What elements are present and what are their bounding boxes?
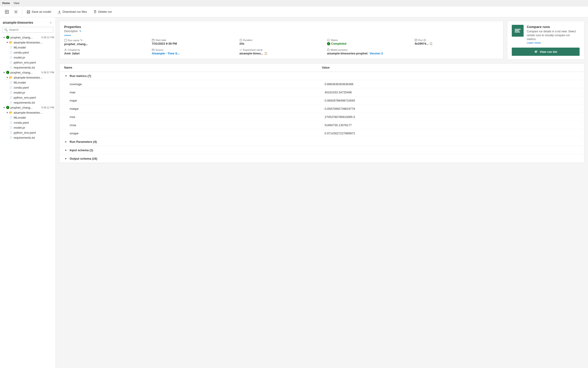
metric-name-rmse: rmse xyxy=(70,123,325,127)
tree-run-1-file-5[interactable]: 📄 requirements.txt xyxy=(0,65,55,70)
svg-rect-11 xyxy=(515,29,521,30)
section-output-schema[interactable]: ► Output schema (16) xyxy=(60,154,584,163)
created-by-label: Created by xyxy=(64,48,148,51)
tree-run-3-file-3[interactable]: 📄 model.pr xyxy=(0,125,55,130)
menu-home[interactable]: Home xyxy=(2,2,10,5)
chevron-down-icon-metrics: ▼ xyxy=(64,74,68,78)
tree-run-1-file-2[interactable]: 📄 conda.yaml xyxy=(0,50,55,55)
run-1-label: prophet_chang... xyxy=(10,36,41,39)
tree-run-2-file-1[interactable]: 📄 MLmodel xyxy=(0,80,55,85)
svg-rect-9 xyxy=(152,49,154,51)
metric-row-coverage: coverage 0.8863636363636366 xyxy=(60,80,584,88)
sidebar-tree: ▼ ✓ prophet_chang... 9:39:21 PM ▼ 📂 aisa… xyxy=(0,35,55,368)
prop-created-by: Created by Amir Jafari xyxy=(64,48,148,55)
search-icon: 🔍 xyxy=(4,28,8,31)
tree-run-2-file-4[interactable]: 📄 python_env.yaml xyxy=(0,95,55,100)
file-icon-15: 📄 xyxy=(9,136,13,139)
main-layout: aisample-timeseries ‹ 🔍 ▼ ✓ prophet_chan… xyxy=(0,17,588,368)
toolbar-separator-1 xyxy=(22,9,22,15)
section-input-schema[interactable]: ► Input schema (1) xyxy=(60,146,584,154)
file-5-label: requirements.txt xyxy=(14,66,54,69)
run2-file-3-label: model.pr xyxy=(14,91,54,94)
svg-rect-3 xyxy=(64,39,67,41)
metric-name-mae: mae xyxy=(70,91,325,94)
search-input[interactable] xyxy=(9,28,51,31)
tree-run-3-file-1[interactable]: 📄 MLmodel xyxy=(0,115,55,120)
file-1-label: MLmodel xyxy=(14,46,54,49)
file-icon-12: 📄 xyxy=(9,121,13,124)
menu-view[interactable]: View xyxy=(13,2,19,5)
run-metrics-title: Run metrics (7) xyxy=(70,74,91,78)
tree-run-3-folder[interactable]: ▼ 📂 aisample-timeseries... xyxy=(0,110,55,115)
section-run-metrics[interactable]: ▼ Run metrics (7) xyxy=(60,72,584,80)
save-as-model-button[interactable]: Save as model xyxy=(24,8,54,16)
download-run-files-button[interactable]: Download run files xyxy=(55,8,90,16)
tree-run-3-file-2[interactable]: 📄 conda.yaml xyxy=(0,120,55,125)
section-run-parameters[interactable]: ► Run Parameters (4) xyxy=(60,138,584,146)
metric-row-mae: mae 40161033.34725496 xyxy=(60,88,584,97)
metric-row-rmse: rmse 51894730.13078177 xyxy=(60,121,584,129)
card-divider xyxy=(64,35,71,36)
metrics-card: Name Value ▼ Run metrics (7) coverage 0.… xyxy=(59,63,584,163)
file-icon-2: 📄 xyxy=(9,51,13,54)
sidebar-collapse-button[interactable]: ‹ xyxy=(49,20,53,25)
prop-start-date: Start date 7/31/2023 9:39 PM xyxy=(152,39,236,46)
tree-run-1[interactable]: ▼ ✓ prophet_chang... 9:39:21 PM xyxy=(0,35,55,40)
compare-title: Compare runs xyxy=(527,25,579,29)
svg-point-6 xyxy=(327,39,330,41)
file-icon-7: 📄 xyxy=(9,86,13,89)
file-icon-8: 📄 xyxy=(9,91,13,94)
toolbar-icon-btn-1[interactable] xyxy=(3,8,11,16)
tree-run-2-folder[interactable]: ▼ 📂 aisample-timeseries... xyxy=(0,75,55,80)
status-completed-icon-3: ✓ xyxy=(6,106,9,109)
learn-more-link[interactable]: Learn more xyxy=(527,41,541,45)
tree-run-2-file-3[interactable]: 📄 model.pr xyxy=(0,90,55,95)
delete-run-button[interactable]: Delete run xyxy=(90,8,115,16)
properties-title: Properties xyxy=(64,25,499,29)
toolbar-settings-btn[interactable] xyxy=(12,8,20,16)
col-value-header: Value xyxy=(322,66,580,69)
file-icon-14: 📄 xyxy=(9,131,13,134)
tree-run-2-file-2[interactable]: 📄 conda.yaml xyxy=(0,85,55,90)
metric-value-mse: 27053760786910085.5 xyxy=(325,115,580,119)
metric-name-mdape: mdape xyxy=(70,107,325,110)
metrics-table-header: Name Value xyxy=(60,64,584,72)
run3-file-5-label: requirements.txt xyxy=(14,136,54,139)
folder-icon-3: 📂 xyxy=(9,111,13,114)
metric-value-mae: 40161033.34725496 xyxy=(325,91,580,94)
run-id-value: 4e29974... 📋 xyxy=(415,42,499,45)
edit-icon[interactable]: ✎ xyxy=(79,30,81,33)
run2-file-4-label: python_env.yaml xyxy=(14,96,54,99)
content-area: Properties Description ✎ Run name ✎ prop… xyxy=(56,17,588,368)
chevron-right-icon-output: ► xyxy=(64,157,68,160)
run-name-edit-icon[interactable]: ✎ xyxy=(80,39,83,42)
toolbar: Save as model Download run files Delete … xyxy=(0,6,588,17)
tree-run-1-file-1[interactable]: 📄 MLmodel xyxy=(0,45,55,50)
tree-run-1-file-4[interactable]: 📄 python_env.yaml xyxy=(0,60,55,65)
tree-run-3-file-5[interactable]: 📄 requirements.txt xyxy=(0,135,55,140)
file-icon: 📄 xyxy=(9,46,13,49)
experiment-name-label: Experiment name xyxy=(239,48,323,51)
view-run-list-label: View run list xyxy=(540,50,557,54)
save-as-model-label: Save as model xyxy=(32,10,51,13)
chevron-down-icon: ▼ xyxy=(2,36,6,39)
copy-icon[interactable]: 📋 xyxy=(429,42,433,45)
chevron-down-icon-4: ▼ xyxy=(5,76,9,79)
file-icon-11: 📄 xyxy=(9,116,13,119)
tree-run-3-file-4[interactable]: 📄 python_env.yaml xyxy=(0,130,55,135)
view-run-list-button[interactable]: View run list xyxy=(512,48,579,56)
source-label: Source xyxy=(152,48,236,51)
metric-name-mape: mape xyxy=(70,99,325,102)
menu-bar: Home View xyxy=(0,0,588,6)
description-label: Description xyxy=(64,30,78,33)
copy-icon-2[interactable]: 📋 xyxy=(264,52,267,55)
tree-run-3[interactable]: ▼ ✓ prophet_chang... 9:38:12 PM xyxy=(0,105,55,110)
tree-run-1-folder[interactable]: ▼ 📂 aisample-timeseries... xyxy=(0,40,55,45)
svg-rect-15 xyxy=(535,51,537,52)
tree-run-2-file-5[interactable]: 📄 requirements.txt xyxy=(0,100,55,105)
run-2-time: 9:38:57 PM xyxy=(41,71,54,74)
tree-run-2[interactable]: ▼ ✓ prophet_chang... 9:38:57 PM xyxy=(0,70,55,75)
metric-row-mse: mse 27053760786910085.5 xyxy=(60,113,584,121)
compare-text: Compare runs Compare run details in a li… xyxy=(527,25,579,45)
tree-run-1-file-3[interactable]: 📄 model.pr xyxy=(0,55,55,60)
